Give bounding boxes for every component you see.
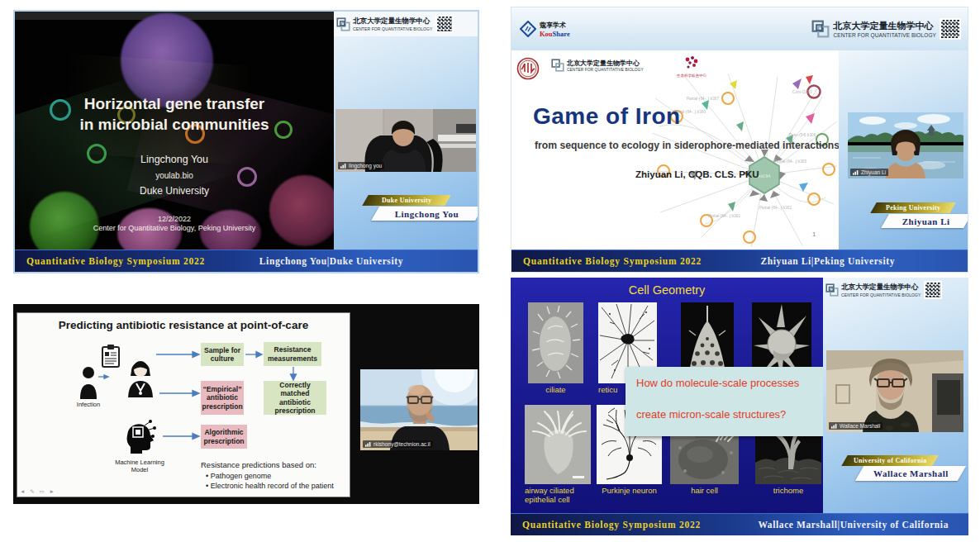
flow-box-algorithmic: Algorithmic prescription xyxy=(201,425,247,449)
panel-roy-kishony: Predicting antibiotic resistance at poin… xyxy=(13,304,479,504)
webcam-scene-wallace xyxy=(826,350,963,432)
network-node-label: Partial-(64-..) b305 xyxy=(774,159,806,164)
footer-event: Quantitative Biology Symposium 2022 xyxy=(26,256,205,266)
prediction-bullet: Pathogen genome xyxy=(206,472,271,480)
sidebar-lingchong: 北京大学定量生物学中心 CENTER FOR QUANTITATIVE BIOL… xyxy=(334,12,478,253)
webcam-video-lingchong: lingchong you xyxy=(335,109,476,172)
network-node-label: Partial-(64-..) b301 xyxy=(708,214,740,218)
koushare-logo-icon xyxy=(520,21,536,37)
slide-title: Game of Iron xyxy=(533,103,681,130)
koushare-branding: 蔻享学术 KouShare xyxy=(520,21,570,38)
microbe-sphere-top xyxy=(121,13,213,107)
question-line2: create micron-scale structures? xyxy=(636,408,786,421)
cell-label-purkinje: Purkinje neuron xyxy=(597,487,662,496)
siderophore-network-figure: sid.94 xyxy=(652,74,839,249)
footer-event: Quantitative Biology Symposium 2022 xyxy=(522,520,701,530)
infection-label: Infection xyxy=(67,401,110,408)
cqb-branding: 北京大学定量生物学中心 CENTER FOR QUANTITATIVE BIOL… xyxy=(823,278,968,302)
webcam-video-zhiyuan: Zhiyuan Li xyxy=(848,112,963,178)
cqb-branding: 北京大学定量生物学中心 CENTER FOR QUANTITATIVE BIOL… xyxy=(551,59,644,72)
flow-box-matched: Correctly matched antibiotic prescriptio… xyxy=(264,381,326,415)
ml-model-label: Machine Learning Model xyxy=(110,459,169,474)
webcam-video-wallace: Wallace Marshall xyxy=(826,350,963,432)
cqb-logo-icon xyxy=(825,283,839,297)
network-node-label: Cont-(3) b3 xyxy=(792,90,812,94)
question-line1: How do molecule-scale processes xyxy=(636,377,799,389)
plate-name: Zhiyuan Li xyxy=(881,214,968,228)
network-node-label: Partial-(64-..) b302 xyxy=(759,206,792,210)
cqb-name-en: CENTER FOR QUANTITATIVE BIOLOGY xyxy=(567,68,644,72)
webcam-video-rkishony: rkishony@technion.ac.il xyxy=(360,369,478,450)
slide-title-line2: in microbial communities xyxy=(15,115,334,136)
slide-page-number: 1 xyxy=(812,231,816,238)
cqb-name-en: CENTER FOR QUANTITATIVE BIOLOGY xyxy=(833,32,936,38)
machine-learning-head-icon xyxy=(123,417,156,454)
footer-speaker: Lingchong You|Duke University xyxy=(259,256,403,266)
cqb-logo-icon xyxy=(336,17,350,31)
sidebar-wallace: 北京大学定量生物学中心 CENTER FOR QUANTITATIVE BIOL… xyxy=(823,278,968,514)
cell-label-reticulopodia: reticu xyxy=(598,386,626,395)
plate-affiliation: Peking University xyxy=(870,202,956,213)
footer-bar: Quantitative Biology Symposium 2022 Wall… xyxy=(511,513,968,535)
prediction-bullet: Electronic health record of the patient xyxy=(206,482,334,490)
slide-game-of-iron: sid.94 Partial-(64-.. xyxy=(511,50,839,252)
slide-title: Cell Geometry xyxy=(511,283,823,297)
network-node-label: Partial-(64-..) b307 xyxy=(687,97,719,101)
qr-code-icon xyxy=(924,281,942,299)
cls-logo-text: 生命科学联合中心 xyxy=(673,74,710,78)
question-overlay-box: How do molecule-scale processes create m… xyxy=(626,367,823,436)
central-node-label: sid.94 xyxy=(759,174,771,178)
qr-code-icon xyxy=(940,18,961,40)
footer-speaker: Wallace Marshall|University of Californi… xyxy=(758,520,949,530)
stream-header: 蔻享学术 KouShare 北京大学定量生物学中心 CENTER FOR QUA… xyxy=(511,7,968,50)
cqb-name-en: CENTER FOR QUANTITATIVE BIOLOGY xyxy=(353,26,433,31)
cell-label-haircell: hair cell xyxy=(670,487,739,496)
cqb-branding: 北京大学定量生物学中心 CENTER FOR QUANTITATIVE BIOL… xyxy=(334,12,478,36)
slide-speaker: Zhiyuan Li, CQB. CLS. PKU xyxy=(635,169,759,179)
webcam-name-overlay: rkishony@technion.ac.il xyxy=(363,440,433,448)
cqb-name-cn: 北京大学定量生物学中心 xyxy=(833,20,936,32)
slide-horizontal-gene-transfer: Horizontal gene transfer in microbial co… xyxy=(15,12,334,253)
patient-icon xyxy=(78,366,98,399)
plate-affiliation: University of California xyxy=(841,455,939,466)
cqb-name-cn: 北京大学定量生物学中心 xyxy=(841,283,921,292)
cqb-name-cn: 北京大学定量生物学中心 xyxy=(353,17,433,26)
pku-logo-icon xyxy=(516,57,540,80)
webcam-name-overlay: lingchong you xyxy=(338,162,384,169)
airway-epithelial-image xyxy=(525,405,591,484)
slide-antibiotic-resistance: Predicting antibiotic resistance at poin… xyxy=(17,312,350,497)
signal-bars-icon xyxy=(365,441,372,447)
slide-date: 12/2/2022 xyxy=(15,215,334,223)
signal-bars-icon xyxy=(340,163,347,169)
ciliate-image xyxy=(528,302,583,383)
footer-speaker: Zhiyuan Li|Peking University xyxy=(761,256,895,266)
clinician-icon xyxy=(126,358,155,397)
signal-bars-icon xyxy=(831,423,838,429)
cqb-branding: 北京大学定量生物学中心 CENTER FOR QUANTITATIVE BIOL… xyxy=(811,18,961,40)
footer-bar: Quantitative Biology Symposium 2022 Ling… xyxy=(15,250,478,272)
flow-box-sample: Sample for culture xyxy=(201,343,244,366)
network-node-label: Punc-(94) b306 xyxy=(789,133,816,137)
slide-cell-geometry: Cell Geometry xyxy=(511,278,823,514)
plate-name: Wallace Marshall xyxy=(855,466,966,481)
predictions-heading: Resistance predictions based on: xyxy=(201,460,316,469)
signal-bars-icon xyxy=(853,169,859,175)
symposium-collage: Horizontal gene transfer in microbial co… xyxy=(0,0,980,542)
plate-name: Lingchong You xyxy=(371,207,479,221)
panel-zhiyuan-li: 蔻享学术 KouShare 北京大学定量生物学中心 CENTER FOR QUA… xyxy=(511,7,968,273)
koushare-brand: KouShare xyxy=(540,30,570,38)
qr-code-icon xyxy=(435,15,454,33)
cls-logo: 生命科学联合中心 xyxy=(673,55,710,78)
slide-title: Horizontal gene transfer in microbial co… xyxy=(15,94,334,135)
cell-label-ciliate: ciliate xyxy=(528,386,583,395)
webcam-name-overlay: Zhiyuan Li xyxy=(850,169,888,176)
cqb-name-en: CENTER FOR QUANTITATIVE BIOLOGY xyxy=(841,292,921,297)
slide-venue: Center for Quantitative Biology, Peking … xyxy=(15,224,334,232)
webcam-scene-rkishony xyxy=(360,369,478,450)
cqb-name-cn: 北京大学定量生物学中心 xyxy=(567,59,644,68)
footer-bar: Quantitative Biology Symposium 2022 Zhiy… xyxy=(511,250,968,272)
sidebar-zhiyuan: Zhiyuan Li Peking University Zhiyuan Li xyxy=(839,50,968,252)
slide-website: youlab.bio xyxy=(15,171,334,180)
slide-subtitle: from sequence to ecology in siderophore-… xyxy=(535,140,839,151)
presenter-toolbar[interactable]: ◄ ✎ ▭ ► xyxy=(20,488,56,495)
